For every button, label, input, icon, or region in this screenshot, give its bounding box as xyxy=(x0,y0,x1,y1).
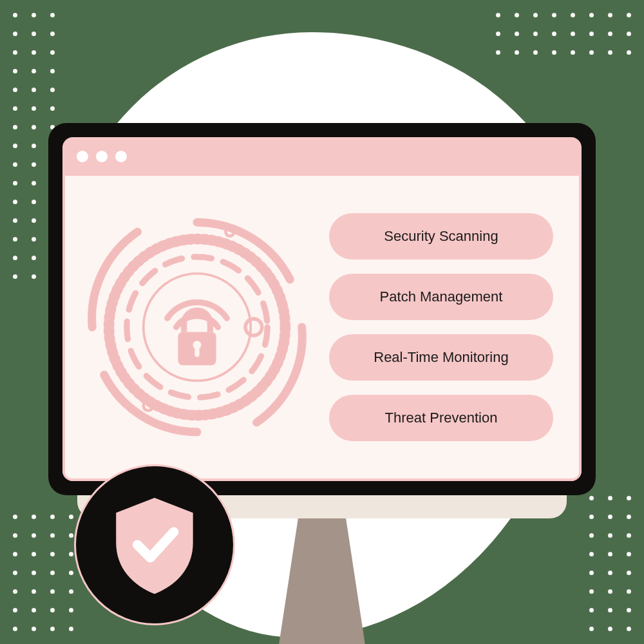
feature-threat-prevention[interactable]: Threat Prevention xyxy=(329,395,553,441)
window-traffic-light-icon xyxy=(77,151,88,162)
window-titlebar xyxy=(62,137,582,176)
decorative-dots-bottom-right xyxy=(589,496,631,631)
app-window: Security Scanning Patch Management Real-… xyxy=(62,137,582,481)
decorative-dots-bottom-left xyxy=(13,515,73,631)
svg-point-3 xyxy=(245,319,262,336)
window-content: Security Scanning Patch Management Real-… xyxy=(62,176,582,481)
feature-list: Security Scanning Patch Management Real-… xyxy=(329,213,553,441)
feature-security-scanning[interactable]: Security Scanning xyxy=(329,213,553,260)
feature-patch-management[interactable]: Patch Management xyxy=(329,274,553,320)
svg-point-0 xyxy=(109,239,285,415)
window-traffic-light-icon xyxy=(96,151,108,162)
shield-check-icon xyxy=(101,491,208,598)
monitor-illustration: Security Scanning Patch Management Real-… xyxy=(48,123,596,495)
security-badge xyxy=(74,464,235,625)
monitor-bezel: Security Scanning Patch Management Real-… xyxy=(48,123,596,495)
decorative-dots-top-right xyxy=(496,13,631,55)
lock-radar-icon xyxy=(78,208,316,446)
monitor-stand xyxy=(238,509,406,644)
svg-rect-8 xyxy=(194,347,199,357)
feature-real-time-monitoring[interactable]: Real-Time Monitoring xyxy=(329,334,553,381)
window-traffic-light-icon xyxy=(115,151,127,162)
